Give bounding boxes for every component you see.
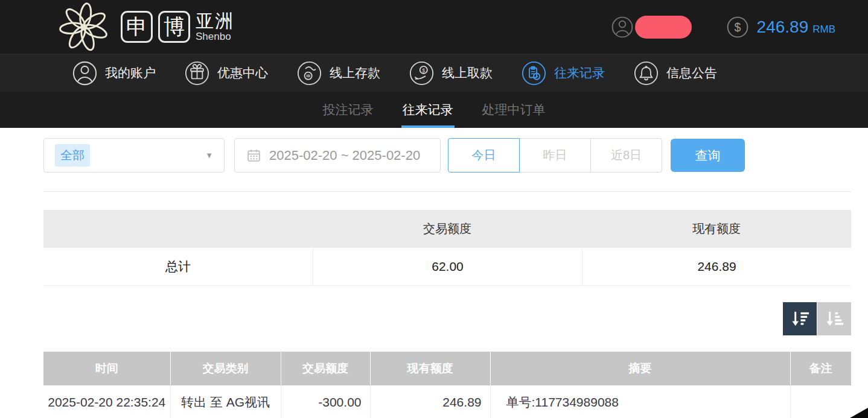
calendar-icon [246,148,261,163]
tab-betting-records[interactable]: 投注记录 [322,92,375,128]
account-balance[interactable]: 246.89 [757,17,809,37]
quick-range-group: 今日 昨日 近8日 [448,138,662,173]
summary-header-amount: 交易额度 [313,210,582,248]
brand-char-2: 博 [158,11,190,43]
record-summary: 单号:117734989088 [490,385,790,418]
nav-label: 往来记录 [554,65,605,81]
quick-range-last8days[interactable]: 近8日 [590,138,662,173]
nav-item-records[interactable]: 往来记录 [522,61,605,86]
summary-total-balance: 246.89 [582,248,851,285]
nav-item-deposit[interactable]: 线上存款 [297,61,380,86]
summary-header-balance: 现有额度 [582,210,851,248]
record-balance: 246.89 [370,385,490,418]
summary-header-row: 交易额度 现有额度 [43,210,851,248]
content-area: 全部 ▼ 2025-02-20 ~ 2025-02-20 今日 [0,128,868,418]
user-icon [72,61,97,86]
nav-label: 线上存款 [330,65,380,81]
tab-processing-orders[interactable]: 处理中订单 [481,92,547,128]
type-select[interactable]: 全部 ▼ [43,138,225,173]
nav-item-promotions[interactable]: 优惠中心 [185,61,268,86]
col-header-time: 时间 [43,352,170,385]
brand-char-1: 申 [121,11,153,43]
records-table: 时间 交易类别 交易额度 现有额度 摘要 备注 2025-02-20 22:35… [43,352,851,418]
date-range-input[interactable]: 2025-02-20 ~ 2025-02-20 [234,138,441,173]
summary-header-empty [43,210,313,248]
brand-region: 亚洲 [196,12,234,30]
main-nav: 我的账户 优惠中心 线上存款 [0,54,868,92]
summary-table: 交易额度 现有额度 总计 62.00 246.89 [43,210,851,286]
filter-row: 全部 ▼ 2025-02-20 ~ 2025-02-20 今日 [43,138,851,173]
sort-ascending-button[interactable] [817,302,851,335]
corner-artifact [850,408,868,418]
nav-label: 信息公告 [666,65,717,81]
record-type: 转出 至 AG视讯 [170,385,281,418]
gift-icon [185,61,209,86]
col-header-summary: 摘要 [490,352,790,385]
nav-item-my-account[interactable]: 我的账户 [72,61,156,86]
nav-item-announcements[interactable]: 信息公告 [634,61,717,86]
quick-range-yesterday[interactable]: 昨日 [519,138,591,173]
brand-subtitle: Shenbo [196,31,234,42]
quick-range-today[interactable]: 今日 [448,138,520,173]
withdraw-hand-dollar-icon: $ [409,61,434,86]
summary-total-amount: 62.00 [313,248,582,285]
date-range-value: 2025-02-20 ~ 2025-02-20 [269,148,420,163]
brand-characters: 申 博 [121,11,190,43]
col-header-type: 交易类别 [170,352,281,385]
nav-label: 我的账户 [105,65,156,81]
svg-text:$: $ [422,67,425,73]
record-note [790,385,851,418]
bell-icon [634,61,659,86]
currency-label: RMB [812,24,835,36]
record-time: 2025-02-20 22:35:24 [43,385,170,418]
user-avatar-icon[interactable] [611,16,633,38]
type-selected-chip: 全部 [55,144,90,166]
sort-descending-icon [790,308,811,329]
records-header-row: 时间 交易类别 交易额度 现有额度 摘要 备注 [43,352,851,385]
sort-descending-button[interactable] [783,302,817,335]
col-header-amount: 交易额度 [281,352,370,385]
nav-label: 优惠中心 [217,65,268,81]
search-button[interactable]: 查询 [671,139,745,172]
svg-text:$: $ [734,20,741,33]
table-row: 2025-02-20 22:35:24 转出 至 AG视讯 -300.00 24… [43,385,851,418]
section-divider [43,191,851,192]
nav-item-withdraw[interactable]: $ 线上取款 [409,61,493,86]
records-clipboard-clock-icon [522,61,546,86]
dollar-coin-icon: $ [727,16,748,38]
brand-logo[interactable]: 申 博 亚洲 Shenbo [56,1,234,53]
sort-controls [43,302,851,335]
summary-total-row: 总计 62.00 246.89 [43,248,851,286]
flower-logo-icon [56,1,112,53]
top-header: 申 博 亚洲 Shenbo $ 246.89 RMB [0,0,868,54]
chevron-down-icon: ▼ [205,151,213,160]
sub-tab-bar: 投注记录 往来记录 处理中订单 [0,92,868,128]
sort-ascending-icon [824,308,845,329]
nav-label: 线上取款 [442,65,493,81]
col-header-balance: 现有额度 [370,352,490,385]
deposit-hand-coin-icon [297,61,322,86]
summary-total-label: 总计 [43,248,313,285]
record-amount: -300.00 [281,385,370,418]
col-header-note: 备注 [790,352,851,385]
username-redacted-pill[interactable] [635,16,692,39]
tab-transaction-records[interactable]: 往来记录 [401,92,455,128]
